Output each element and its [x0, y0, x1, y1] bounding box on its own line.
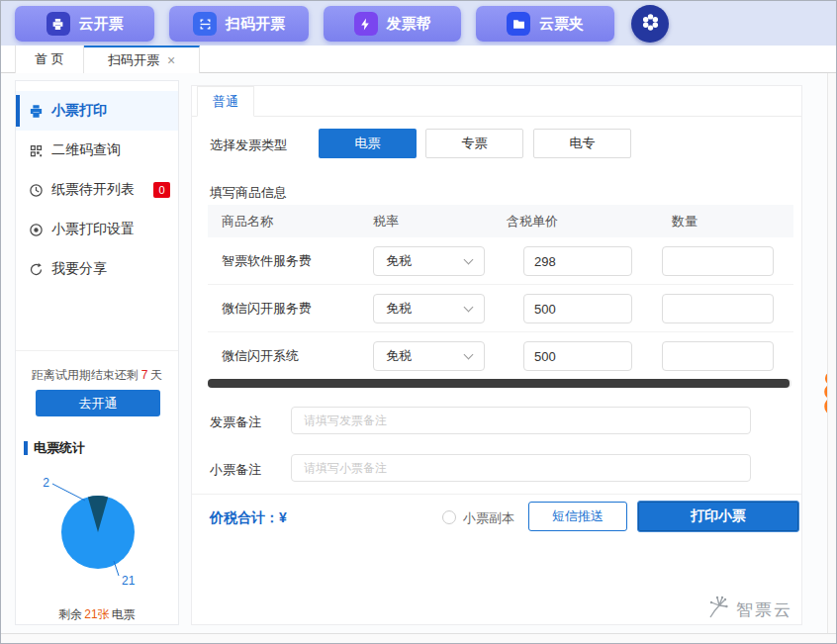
footer-divider [192, 494, 801, 495]
product-table: 商品名称 税率 含税单价 数量 智票软件服务费 免税 微信闪开服务费 免税 [208, 205, 793, 380]
sidebar-item-label: 小票打印 [51, 102, 107, 120]
invoice-type-e-special[interactable]: 电专 [533, 129, 631, 158]
app-window: 云开票 扫码开票 发票帮 云票夹 首 页 [0, 0, 837, 644]
tax-rate-select[interactable]: 免税 [373, 341, 485, 371]
quantity-input[interactable] [662, 246, 774, 276]
column-header-tax: 税率 [373, 205, 399, 237]
sidebar-item-label: 二维码查询 [51, 141, 121, 159]
document-tab-bar: 首 页 扫码开票 × [1, 46, 836, 73]
app-menu-button[interactable] [631, 5, 669, 43]
pie-label-used: 2 [43, 476, 49, 490]
clock-icon [29, 183, 44, 198]
chevron-down-icon [464, 255, 474, 265]
qrcode-icon [29, 143, 44, 158]
tax-rate-value: 免税 [386, 300, 412, 318]
card-tab-strip: 普通 [192, 86, 801, 117]
sidebar-item-label: 纸票待开列表 [51, 181, 135, 199]
receipt-copy-radio[interactable] [442, 510, 456, 524]
trial-prefix: 距离试用期结束还剩 [32, 368, 139, 382]
receipt-remark-input[interactable] [291, 454, 751, 482]
invoice-form-card: 普通 选择发票类型 电票 专票 电专 填写商品信息 商品名称 税率 含税单价 数… [191, 85, 802, 625]
nav-button-cloud-folder[interactable]: 云票夹 [476, 6, 614, 42]
product-section-label: 填写商品信息 [210, 184, 287, 202]
table-scrollbar-track [208, 379, 791, 388]
tax-rate-value: 免税 [386, 252, 412, 270]
nav-button-label: 扫码开票 [226, 15, 285, 34]
printer-icon [46, 12, 70, 36]
table-row: 微信闪开系统 免税 [208, 332, 793, 380]
nav-button-scan-invoice[interactable]: 扫码开票 [169, 6, 309, 42]
eticket-pie-chart: 2 21 [20, 455, 176, 603]
remaining-number: 21张 [84, 607, 109, 621]
flower-icon [640, 12, 661, 37]
trial-suffix: 天 [150, 368, 162, 382]
unit-price-input[interactable] [523, 341, 632, 371]
print-receipt-button[interactable]: 打印小票 [637, 501, 799, 532]
sidebar-item-paper-pending-list[interactable]: 纸票待开列表 0 [16, 170, 178, 210]
nav-button-label: 云票夹 [539, 15, 584, 34]
window-vscrollbar[interactable] [827, 73, 836, 633]
sidebar-item-qrcode-query[interactable]: 二维码查询 [16, 131, 178, 170]
tax-rate-select[interactable]: 免税 [373, 294, 485, 323]
nav-button-label: 发票帮 [387, 15, 431, 34]
pending-count-badge: 0 [153, 182, 170, 198]
activate-button[interactable]: 去开通 [36, 390, 160, 416]
window-hscrollbar[interactable] [1, 633, 836, 643]
receipt-remark-label: 小票备注 [210, 461, 261, 479]
remaining-prefix: 剩余 [58, 607, 82, 621]
sms-push-button[interactable]: 短信推送 [528, 502, 627, 531]
top-nav-bar: 云开票 扫码开票 发票帮 云票夹 [1, 1, 836, 46]
close-icon[interactable]: × [167, 53, 175, 67]
invoice-type-electronic[interactable]: 电票 [319, 129, 417, 158]
sidebar-item-print-settings[interactable]: 小票打印设置 [16, 210, 178, 249]
dandelion-icon [703, 595, 729, 625]
nav-button-invoice-help[interactable]: 发票帮 [324, 6, 461, 42]
trial-days: 7 [141, 368, 148, 382]
horizontal-scrollbar[interactable] [208, 379, 790, 388]
watermark-text: 智票云 [736, 598, 792, 621]
table-row: 智票软件服务费 免税 [208, 237, 793, 285]
quantity-input[interactable] [662, 341, 774, 371]
column-header-quantity: 数量 [672, 205, 698, 237]
invoice-remark-input[interactable] [291, 407, 751, 434]
tab-normal[interactable]: 普通 [197, 86, 254, 117]
product-name: 微信闪开服务费 [222, 285, 312, 332]
stats-title-bar [24, 441, 28, 455]
tab-scan-invoice[interactable]: 扫码开票 × [84, 46, 200, 73]
trial-countdown: 距离试用期结束还剩7天 [16, 350, 178, 384]
product-name: 微信闪开系统 [222, 332, 299, 380]
tax-rate-select[interactable]: 免税 [373, 246, 485, 276]
column-header-name: 商品名称 [222, 205, 273, 237]
unit-price-input[interactable] [523, 294, 632, 323]
tab-label: 扫码开票 [108, 51, 159, 69]
chevron-down-icon [464, 303, 474, 313]
table-header-row: 商品名称 税率 含税单价 数量 [208, 205, 793, 237]
sidebar: 小票打印 二维码查询 纸票待开列表 0 小票打印设置 我要分享 距离试用期结束还… [15, 80, 179, 625]
remaining-count: 剩余21张电票 [16, 606, 178, 623]
nav-button-label: 云开票 [79, 15, 124, 34]
tax-rate-value: 免税 [386, 347, 412, 365]
pie-label-remaining: 21 [122, 574, 136, 588]
sidebar-item-receipt-print[interactable]: 小票打印 [16, 91, 178, 131]
pie-leader-line [52, 484, 85, 501]
tab-home[interactable]: 首 页 [15, 46, 84, 73]
nav-button-cloud-invoice[interactable]: 云开票 [15, 6, 154, 42]
tab-label: 首 页 [35, 50, 64, 68]
sidebar-item-share[interactable]: 我要分享 [16, 249, 178, 289]
settings-icon [29, 223, 44, 237]
unit-price-input[interactable] [523, 246, 632, 276]
bolt-icon [354, 12, 378, 36]
total-label: 价税合计：¥ [210, 509, 287, 527]
column-header-price: 含税单价 [507, 205, 558, 237]
scan-icon [193, 12, 217, 36]
table-row: 微信闪开服务费 免税 [208, 285, 793, 332]
folder-icon [507, 12, 530, 36]
sidebar-menu: 小票打印 二维码查询 纸票待开列表 0 小票打印设置 我要分享 [16, 91, 178, 289]
remaining-suffix: 电票 [112, 607, 136, 621]
invoice-type-label: 选择发票类型 [210, 137, 287, 154]
sidebar-item-label: 小票打印设置 [51, 221, 135, 238]
share-icon [29, 262, 44, 277]
quantity-input[interactable] [662, 294, 774, 323]
invoice-type-special[interactable]: 专票 [425, 129, 523, 158]
product-name: 智票软件服务费 [222, 237, 312, 285]
